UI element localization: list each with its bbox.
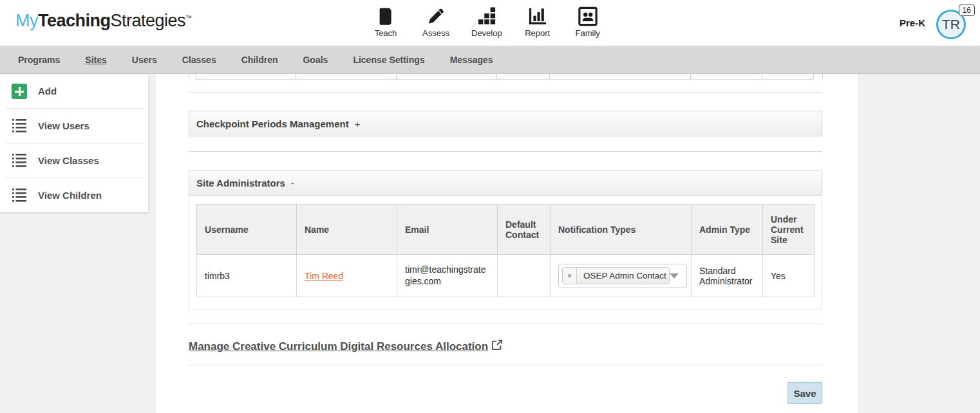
cell-name: Tim Reed (297, 255, 397, 297)
bar-chart-icon (528, 5, 547, 26)
list-icon (12, 152, 27, 170)
column-header-default-contact: Default Contact (498, 205, 551, 255)
tab-users[interactable]: Users (132, 55, 157, 65)
nav-develop-label: Develop (471, 28, 502, 38)
table-row: timrb3 Tim Reed timr@teachingstrategies.… (197, 255, 815, 297)
notification-count-badge[interactable]: 16 (959, 5, 975, 16)
section-divider (189, 151, 822, 152)
blocks-icon (477, 5, 496, 26)
logo-trademark: ™ (185, 14, 192, 21)
notification-types-select[interactable]: × OSEP Admin Contact (558, 264, 687, 288)
cell-email: timr@teachingstrategies.com (397, 255, 498, 297)
grade-label: Pre-K (900, 17, 925, 28)
notification-tag-label: OSEP Admin Contact (577, 268, 670, 284)
cell-username: timrb3 (197, 255, 297, 297)
sidebar: Add View Users View Classes View Childre… (0, 74, 148, 212)
tab-messages[interactable]: Messages (450, 55, 493, 65)
add-plus-icon (12, 84, 27, 99)
nav-develop[interactable]: Develop (471, 5, 502, 38)
primary-icon-nav: Teach Assess Develop Report (371, 5, 603, 38)
nav-assess-label: Assess (422, 28, 449, 38)
remove-tag-icon[interactable]: × (563, 268, 577, 284)
expand-icon[interactable]: + (355, 118, 361, 129)
site-administrators-title: Site Administrators (196, 178, 285, 188)
external-link-icon (491, 339, 503, 354)
tab-goals[interactable]: Goals (303, 55, 328, 65)
nav-assess[interactable]: Assess (421, 5, 451, 38)
app-root: MyTeachingStrategies™ Teach Assess Devel… (0, 0, 980, 413)
nav-family-label: Family (576, 28, 600, 38)
header-right: Pre-K TR 16 (900, 4, 968, 41)
sidebar-view-classes-label: View Classes (38, 155, 99, 166)
site-administrators-section-header[interactable]: Site Administrators - (189, 170, 822, 196)
nav-teach-label: Teach (375, 28, 397, 38)
main-content-panel: Checkpoint Periods Management + Site Adm… (156, 74, 858, 413)
logo-teaching: Teaching (38, 11, 111, 30)
notification-tag: × OSEP Admin Contact (562, 267, 670, 284)
pencil-icon (426, 5, 446, 26)
section-divider (189, 365, 822, 365)
admin-name-link[interactable]: Tim Reed (305, 271, 343, 281)
section-divider (189, 92, 822, 93)
list-icon (12, 117, 27, 135)
sidebar-view-users-label: View Users (38, 120, 90, 131)
nav-family[interactable]: Family (573, 5, 603, 38)
site-administrators-body: Username Name Email Default Contact Noti… (189, 196, 822, 309)
cell-default-contact[interactable] (498, 255, 551, 297)
tab-license-settings[interactable]: License Settings (353, 55, 424, 65)
column-header-name: Name (297, 205, 397, 255)
save-button[interactable]: Save (787, 382, 822, 404)
sidebar-item-view-children[interactable]: View Children (0, 178, 148, 212)
top-header: MyTeachingStrategies™ Teach Assess Devel… (0, 0, 980, 46)
tab-classes[interactable]: Classes (182, 55, 216, 65)
sidebar-item-view-classes[interactable]: View Classes (0, 143, 148, 178)
cell-under-current-site: Yes (763, 255, 815, 297)
user-menu[interactable]: TR 16 (936, 5, 968, 40)
logo-my: My (15, 11, 38, 30)
tab-children[interactable]: Children (241, 55, 278, 65)
book-icon (376, 5, 395, 26)
table-header-row: Username Name Email Default Contact Noti… (197, 205, 815, 255)
logo-strategies: Strategies (111, 11, 186, 30)
nav-report[interactable]: Report (523, 5, 552, 38)
manage-allocation-label: Manage Creative Curriculum Digital Resou… (189, 340, 488, 353)
sidebar-item-add[interactable]: Add (0, 74, 148, 108)
collapse-icon[interactable]: - (291, 178, 294, 188)
column-header-notification-types: Notification Types (551, 205, 692, 255)
cell-admin-type: Standard Administrator (692, 255, 763, 297)
checkpoint-periods-title: Checkpoint Periods Management (196, 118, 349, 129)
family-icon (578, 5, 598, 26)
column-header-email: Email (397, 205, 498, 255)
nav-teach[interactable]: Teach (371, 5, 400, 38)
app-logo[interactable]: MyTeachingStrategies™ (15, 11, 192, 31)
manage-allocation-link[interactable]: Manage Creative Curriculum Digital Resou… (189, 339, 503, 354)
checkpoint-periods-section-header[interactable]: Checkpoint Periods Management + (189, 111, 822, 136)
admin-nav-bar: Programs Sites Users Classes Children Go… (0, 46, 980, 74)
section-divider (189, 324, 822, 324)
list-icon (12, 187, 27, 205)
column-header-under-current-site: Under Current Site (763, 205, 815, 255)
site-administrators-table: Username Name Email Default Contact Noti… (196, 204, 815, 297)
column-header-admin-type: Admin Type (692, 205, 763, 255)
sidebar-item-view-users[interactable]: View Users (0, 109, 148, 143)
sidebar-add-label: Add (38, 86, 57, 96)
dropdown-arrow-icon[interactable] (670, 273, 679, 279)
column-header-username: Username (197, 205, 297, 255)
cell-notification-types: × OSEP Admin Contact (551, 255, 692, 297)
sidebar-view-children-label: View Children (38, 190, 102, 201)
tab-programs[interactable]: Programs (18, 55, 60, 65)
nav-report-label: Report (525, 28, 550, 38)
tab-sites[interactable]: Sites (85, 55, 106, 65)
